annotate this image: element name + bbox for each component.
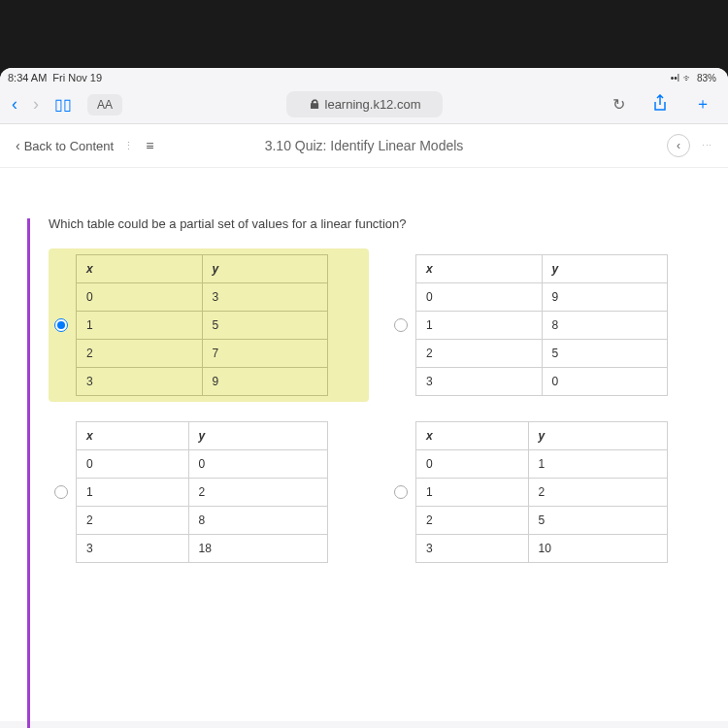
table-cell: 5	[542, 340, 668, 368]
table-cell: 1	[77, 312, 203, 340]
back-to-content-button[interactable]: ‹ Back to Content	[16, 138, 114, 153]
table-cell: 2	[77, 340, 203, 368]
table-cell: 0	[77, 450, 189, 479]
table-cell: 2	[528, 479, 667, 507]
table-row: 25	[416, 507, 668, 535]
bookmarks-icon[interactable]: ▯▯	[54, 95, 72, 114]
table-cell: 5	[528, 507, 667, 535]
browser-toolbar: ‹ › ▯▯ AA 🔒︎ learning.k12.com ↻ ＋	[0, 85, 728, 124]
table-row: 09	[416, 283, 668, 312]
table-header: x	[416, 255, 543, 283]
table-cell: 8	[542, 312, 668, 340]
question-text: Which table could be a partial set of va…	[49, 216, 709, 231]
table-row: 30	[416, 368, 668, 396]
table-cell: 1	[416, 479, 529, 507]
tablet-frame: 8:34 AM Fri Nov 19 ••l ᯤ 83% ‹ › ▯▯ AA 🔒…	[0, 68, 728, 728]
battery-level: 83%	[697, 73, 716, 83]
table-cell: 0	[77, 283, 203, 312]
answer-option-3[interactable]: xy011225310	[388, 415, 709, 569]
content-area: Which table could be a partial set of va…	[0, 168, 728, 721]
table-row: 01	[416, 450, 668, 479]
table-row: 25	[416, 340, 668, 368]
hamburger-icon[interactable]: ≡	[146, 138, 153, 153]
status-time: 8:34 AM	[8, 72, 47, 83]
table-row: 03	[77, 283, 328, 312]
table-cell: 2	[77, 507, 189, 535]
table-cell: 3	[202, 283, 328, 312]
table-cell: 0	[188, 450, 327, 479]
answer-option-0[interactable]: xy03152739	[49, 248, 369, 402]
table-row: 27	[77, 340, 328, 368]
answer-option-1[interactable]: xy09182530	[388, 248, 709, 402]
url-text: learning.k12.com	[325, 97, 421, 112]
table-cell: 18	[188, 535, 327, 563]
table-cell: 1	[528, 450, 667, 479]
new-tab-icon[interactable]: ＋	[689, 92, 716, 116]
option-table: xy09182530	[415, 254, 668, 396]
table-header: x	[77, 422, 189, 450]
table-cell: 0	[542, 368, 668, 396]
page-title: 3.10 Quiz: Identify Linear Models	[265, 138, 464, 153]
option-table: xy03152739	[76, 254, 328, 396]
radio-button[interactable]	[54, 485, 68, 499]
share-icon[interactable]	[646, 92, 674, 117]
progress-indicator	[27, 218, 30, 728]
table-row: 310	[416, 535, 668, 563]
table-cell: 3	[77, 535, 189, 563]
reader-aa-button[interactable]: AA	[87, 94, 122, 116]
radio-button[interactable]	[54, 318, 68, 332]
table-cell: 1	[416, 312, 543, 340]
table-cell: 5	[202, 312, 328, 340]
table-cell: 1	[77, 479, 189, 507]
table-row: 28	[77, 507, 328, 535]
chevron-left-icon: ‹	[16, 138, 20, 153]
signal-icon: ••l	[671, 73, 679, 83]
table-cell: 10	[528, 535, 667, 563]
table-row: 12	[416, 479, 668, 507]
table-row: 00	[77, 450, 328, 479]
content-header: ‹ Back to Content ⋮ ≡ 3.10 Quiz: Identif…	[0, 124, 728, 168]
refresh-icon[interactable]: ↻	[607, 93, 631, 116]
prev-circle-button[interactable]: ‹	[667, 134, 690, 157]
table-cell: 3	[416, 535, 529, 563]
wifi-icon: ᯤ	[683, 73, 693, 83]
table-cell: 2	[416, 340, 543, 368]
table-cell: 7	[202, 340, 328, 368]
dots-menu-icon[interactable]: ⋮	[123, 140, 136, 152]
table-row: 39	[77, 368, 328, 396]
answer-option-2[interactable]: xy001228318	[49, 415, 369, 569]
option-table: xy011225310	[415, 421, 668, 563]
more-vertical-icon[interactable]: ⋮	[700, 140, 712, 152]
forward-arrow-icon: ›	[33, 94, 39, 115]
url-bar[interactable]: 🔒︎ learning.k12.com	[286, 91, 443, 117]
table-cell: 2	[188, 479, 327, 507]
table-cell: 3	[416, 368, 543, 396]
radio-button[interactable]	[394, 485, 408, 499]
status-date: Fri Nov 19	[52, 72, 102, 83]
table-cell: 2	[416, 507, 529, 535]
table-cell: 0	[416, 283, 543, 312]
table-row: 318	[77, 535, 328, 563]
table-header: x	[416, 422, 529, 450]
table-header: y	[202, 255, 328, 283]
table-header: y	[542, 255, 668, 283]
table-row: 18	[416, 312, 668, 340]
back-arrow-icon[interactable]: ‹	[12, 94, 17, 115]
option-table: xy001228318	[76, 421, 328, 563]
lock-icon: 🔒︎	[309, 97, 321, 112]
options-grid: xy03152739xy09182530xy001228318xy0112253…	[49, 248, 709, 569]
table-row: 15	[77, 312, 328, 340]
table-cell: 0	[416, 450, 529, 479]
table-cell: 3	[77, 368, 203, 396]
table-cell: 9	[542, 283, 668, 312]
table-row: 12	[77, 479, 328, 507]
table-header: y	[528, 422, 667, 450]
chevron-left-icon: ‹	[677, 139, 680, 152]
back-label: Back to Content	[24, 139, 115, 153]
table-cell: 9	[202, 368, 328, 396]
table-header: x	[77, 255, 203, 283]
radio-button[interactable]	[394, 318, 408, 332]
table-header: y	[188, 422, 327, 450]
status-bar: 8:34 AM Fri Nov 19 ••l ᯤ 83%	[0, 68, 728, 85]
table-cell: 8	[188, 507, 327, 535]
